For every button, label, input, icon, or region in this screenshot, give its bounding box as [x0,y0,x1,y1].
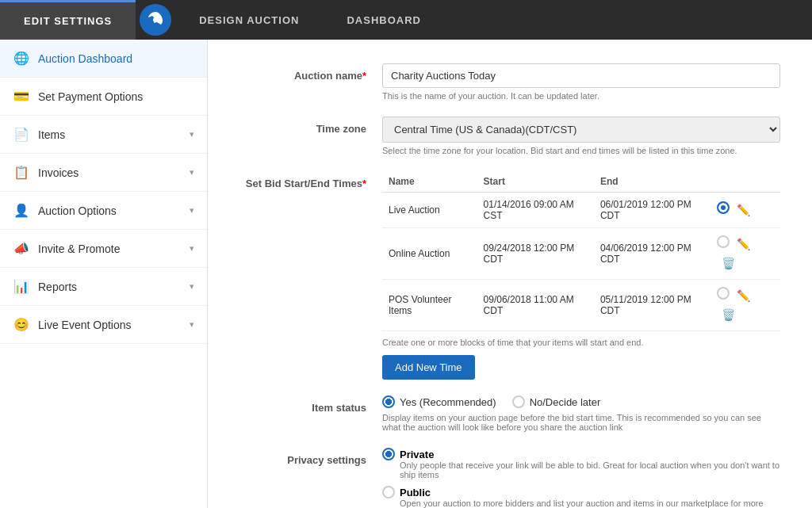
col-start: Start [477,171,594,193]
invoices-icon: 📋 [13,165,30,180]
chevron-down-icon: ▾ [190,205,194,216]
privacy-field: Private Only people that receive your li… [382,448,780,508]
table-row: Online Auction 09/24/2018 12:00 PM CDT 0… [382,228,780,280]
row-actions: ✏️ 🗑️ [710,228,780,280]
sidebar-item-items-label: Items [38,128,190,141]
promote-icon: 📣 [13,241,30,256]
item-status-options: Yes (Recommended) No/Decide later [382,395,780,408]
main-content: Auction name* This is the name of your a… [208,40,812,508]
bid-times-hint: Create one or more blocks of time that y… [382,338,780,347]
tab-edit-settings-label: EDIT SETTINGS [24,15,112,27]
row-select-radio[interactable] [717,235,730,248]
privacy-row: Privacy settings Private Only people tha… [239,448,780,508]
chevron-down-icon: ▾ [190,167,194,178]
chevron-down-icon: ▾ [190,129,194,139]
item-status-yes-radio[interactable] [382,395,395,408]
sidebar-item-invoices-label: Invoices [38,166,190,179]
row-actions: ✏️ 🗑️ [710,280,780,331]
chevron-down-icon: ▾ [190,281,194,292]
sidebar-item-reports-label: Reports [38,281,190,293]
live-event-icon: 😊 [13,317,30,332]
delete-icon[interactable]: 🗑️ [718,305,737,324]
item-status-yes[interactable]: Yes (Recommended) [382,395,496,408]
payment-icon: 💳 [13,89,30,104]
privacy-public-hint: Open your auction to more bidders and li… [400,498,780,508]
sidebar-item-auction-dashboard-label: Auction Dashboard [38,52,194,65]
sidebar-item-auction-options-label: Auction Options [38,204,190,217]
timezone-label: Time zone [239,116,382,135]
privacy-public-label: Public [400,487,431,498]
timezone-hint: Select the time zone for your location. … [382,146,780,155]
edit-icon[interactable]: ✏️ [734,286,753,305]
chevron-down-icon: ▾ [190,319,194,330]
tab-edit-settings[interactable]: EDIT SETTINGS [0,0,136,40]
row-name: POS Volunteer Items [382,280,477,331]
row-select-radio[interactable] [717,287,730,300]
svg-point-0 [153,17,158,22]
bid-times-label: Set Bid Start/End Times* [239,171,382,189]
top-navigation: EDIT SETTINGS DESIGN AUCTION DASHBOARD [0,0,812,40]
item-status-no-label: No/Decide later [530,396,601,408]
item-status-label: Item status [239,395,382,414]
sidebar-item-auction-options[interactable]: 👤 Auction Options ▾ [0,192,207,230]
auction-options-icon: 👤 [13,203,30,218]
row-select-radio[interactable] [717,201,730,214]
row-end: 06/01/2019 12:00 PM CDT [594,193,710,228]
table-row: Live Auction 01/14/2016 09:00 AM CST 06/… [382,193,780,228]
chevron-down-icon: ▾ [190,243,194,254]
auction-name-field: This is the name of your auction. It can… [382,63,780,101]
col-name: Name [382,171,477,193]
sidebar-item-items[interactable]: 📄 Items ▾ [0,116,207,154]
logo-icon [140,4,171,36]
row-end: 04/06/2019 12:00 PM CDT [594,228,710,280]
row-name: Online Auction [382,228,477,280]
col-actions [710,171,780,193]
items-icon: 📄 [13,127,30,142]
sidebar-item-auction-dashboard[interactable]: 🌐 Auction Dashboard [0,40,207,78]
privacy-public-radio[interactable] [382,486,395,498]
add-new-time-button[interactable]: Add New Time [382,355,475,380]
privacy-private: Private Only people that receive your li… [382,448,780,479]
item-status-hint: Display items on your auction page befor… [382,413,780,432]
privacy-private-radio[interactable] [382,448,395,460]
timezone-select[interactable]: Central Time (US & Canada)(CDT/CST) [382,116,780,143]
privacy-private-label: Private [400,449,434,460]
tab-dashboard[interactable]: DASHBOARD [323,0,445,40]
sidebar-item-set-payment[interactable]: 💳 Set Payment Options [0,78,207,116]
reports-icon: 📊 [13,279,30,294]
sidebar-item-invite-promote-label: Invite & Promote [38,243,190,255]
privacy-private-hint: Only people that receive your link will … [400,460,780,479]
sidebar-item-live-event[interactable]: 😊 Live Event Options ▾ [0,306,207,344]
item-status-field: Yes (Recommended) No/Decide later Displa… [382,395,780,432]
row-name: Live Auction [382,193,477,228]
row-start: 01/14/2016 09:00 AM CST [477,193,594,228]
table-row: POS Volunteer Items 09/06/2018 11:00 AM … [382,280,780,331]
item-status-no[interactable]: No/Decide later [512,395,601,408]
edit-icon[interactable]: ✏️ [734,235,753,254]
bid-times-table: Name Start End Live Auction 01/14/2016 0… [382,171,780,331]
sidebar-item-live-event-label: Live Event Options [38,319,190,331]
row-start: 09/06/2018 11:00 AM CDT [477,280,594,331]
privacy-label: Privacy settings [239,448,382,466]
bid-times-row: Set Bid Start/End Times* Name Start End [239,171,780,380]
item-status-yes-label: Yes (Recommended) [400,396,496,408]
sidebar-item-invite-promote[interactable]: 📣 Invite & Promote ▾ [0,230,207,268]
row-actions: ✏️ [710,193,780,228]
sidebar-item-invoices[interactable]: 📋 Invoices ▾ [0,154,207,192]
auction-name-row: Auction name* This is the name of your a… [239,63,780,101]
item-status-row: Item status Yes (Recommended) No/Decide … [239,395,780,432]
tab-design-auction[interactable]: DESIGN AUCTION [175,0,323,40]
auction-name-input[interactable] [382,63,780,88]
auction-name-label: Auction name* [239,63,382,82]
delete-icon[interactable]: 🗑️ [718,254,737,273]
sidebar-item-reports[interactable]: 📊 Reports ▾ [0,268,207,306]
globe-icon: 🌐 [13,51,30,66]
item-status-no-radio[interactable] [512,395,525,408]
privacy-public: Public Open your auction to more bidders… [382,486,780,508]
timezone-field: Central Time (US & Canada)(CDT/CST) Sele… [382,116,780,155]
sidebar-item-set-payment-label: Set Payment Options [38,90,194,103]
row-start: 09/24/2018 12:00 PM CDT [477,228,594,280]
timezone-row: Time zone Central Time (US & Canada)(CDT… [239,116,780,155]
bid-times-field: Name Start End Live Auction 01/14/2016 0… [382,171,780,380]
edit-icon[interactable]: ✏️ [734,201,753,220]
